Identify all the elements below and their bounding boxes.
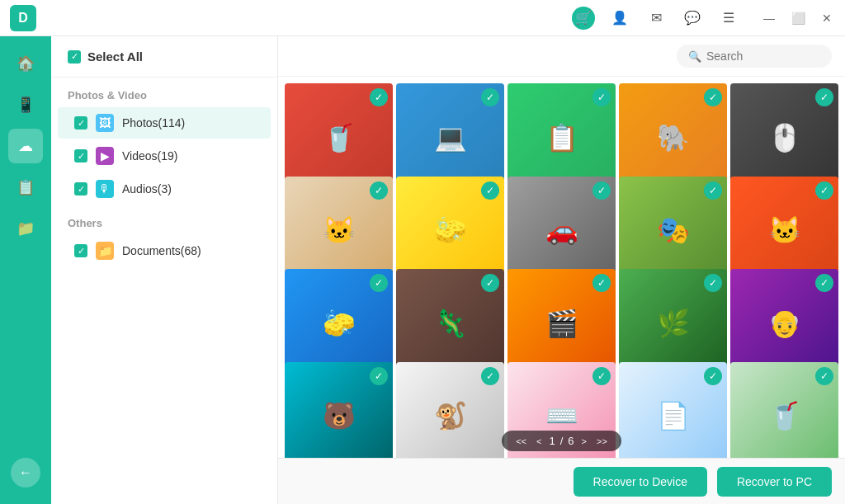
close-button[interactable]: ✕: [819, 10, 835, 26]
item-check[interactable]: ✓: [370, 274, 388, 292]
content-toolbar: 🔍: [278, 36, 845, 77]
titlebar-controls: — ⬜ ✕: [760, 10, 835, 26]
item-check[interactable]: ✓: [370, 181, 388, 200]
content-wrapper: 🥤 ✓ 💻 ✓ 📋 ✓ 🐘 ✓ 🖱️ ✓ 🐱 ✓ 🧽 ✓ 🚗: [278, 77, 845, 458]
item-check[interactable]: ✓: [592, 367, 611, 385]
item-check[interactable]: ✓: [481, 367, 499, 385]
pagination-current: 1: [549, 435, 555, 447]
app-logo: D: [10, 5, 36, 31]
grid-item[interactable]: 🧽 ✓: [285, 269, 393, 377]
pagination-total: 6: [568, 435, 574, 447]
grid-item[interactable]: 🧽 ✓: [396, 177, 504, 285]
pagination-row: << < 1 / 6 > >>: [278, 431, 845, 451]
nav-rail: 🏠 📱 ☁ 📋 📁 ←: [0, 36, 51, 504]
grid-item[interactable]: 🥤 ✓: [285, 83, 393, 191]
grid-item[interactable]: 🎭 ✓: [619, 177, 727, 285]
pagination-last[interactable]: >>: [594, 436, 610, 447]
nav-phone[interactable]: 📱: [8, 87, 43, 122]
select-all-label: Select All: [87, 49, 143, 64]
minimize-button[interactable]: —: [760, 10, 778, 26]
sidebar-item-audios[interactable]: ✓ 🎙 Audios(3): [58, 173, 271, 205]
audios-icon: 🎙: [96, 180, 114, 198]
bottom-bar: Recover to Device Recover to PC: [278, 458, 845, 504]
sidebar-item-documents[interactable]: ✓ 📁 Documents(68): [58, 235, 271, 266]
mail-icon[interactable]: ✉: [644, 7, 668, 30]
sidebar-item-photos[interactable]: ✓ 🖼 Photos(114): [58, 107, 271, 139]
nav-restore[interactable]: 📋: [8, 170, 43, 205]
section-label-photos-video: Photos & Video: [51, 78, 277, 106]
titlebar: D 🛒 👤 ✉ 💬 ☰ — ⬜ ✕: [0, 0, 845, 36]
grid-item[interactable]: 🚗 ✓: [507, 177, 616, 285]
photos-icon: 🖼: [96, 114, 114, 132]
grid-item[interactable]: 🦎 ✓: [396, 269, 504, 377]
documents-label: Documents(68): [122, 244, 254, 257]
documents-icon: 📁: [96, 242, 114, 260]
chat-icon[interactable]: 💬: [681, 7, 704, 30]
grid-item[interactable]: 🖱️ ✓: [730, 83, 838, 191]
pagination-prev[interactable]: <: [534, 436, 544, 447]
grid-item[interactable]: 👴 ✓: [730, 269, 838, 377]
item-check[interactable]: ✓: [481, 181, 499, 200]
search-input[interactable]: [706, 49, 820, 63]
videos-icon: ▶: [96, 147, 114, 165]
sidebar-item-videos[interactable]: ✓ ▶ Videos(19): [58, 140, 271, 172]
pagination: << < 1 / 6 > >>: [502, 431, 621, 451]
select-all-row[interactable]: ✓ Select All: [51, 36, 277, 78]
item-check[interactable]: ✓: [704, 88, 722, 106]
pagination-next[interactable]: >: [579, 436, 589, 447]
nav-home[interactable]: 🏠: [8, 46, 43, 81]
item-check[interactable]: ✓: [370, 88, 388, 106]
recover-to-device-button[interactable]: Recover to Device: [574, 467, 707, 497]
grid-item[interactable]: 🌿 ✓: [619, 269, 727, 377]
search-icon: 🔍: [688, 50, 701, 63]
grid-item[interactable]: 🎬 ✓: [507, 269, 616, 377]
content-area: 🔍 🥤 ✓ 💻 ✓ 📋 ✓ 🐘 ✓ 🖱️ ✓: [278, 36, 845, 504]
photos-label: Photos(114): [122, 116, 254, 130]
section-label-others: Others: [51, 205, 277, 234]
item-check[interactable]: ✓: [481, 274, 499, 292]
item-check[interactable]: ✓: [815, 274, 833, 292]
grid-item[interactable]: 🐱 ✓: [730, 177, 838, 285]
documents-checkbox[interactable]: ✓: [74, 244, 87, 257]
photos-checkbox[interactable]: ✓: [74, 116, 87, 130]
item-check[interactable]: ✓: [592, 274, 611, 292]
user-icon[interactable]: 👤: [608, 7, 631, 30]
sidebar: ✓ Select All Photos & Video ✓ 🖼 Photos(1…: [51, 36, 278, 504]
grid-item[interactable]: 🐱 ✓: [285, 177, 393, 285]
item-check[interactable]: ✓: [481, 88, 499, 106]
audios-label: Audios(3): [122, 182, 254, 195]
nav-backup[interactable]: ☁: [8, 129, 43, 163]
maximize-button[interactable]: ⬜: [788, 10, 809, 26]
search-box[interactable]: 🔍: [677, 45, 832, 68]
grid-item[interactable]: 💻 ✓: [396, 83, 504, 191]
grid-item[interactable]: 📋 ✓: [507, 83, 616, 191]
nav-folder[interactable]: 📁: [8, 211, 43, 246]
item-check[interactable]: ✓: [592, 88, 611, 106]
recover-to-pc-button[interactable]: Recover to PC: [717, 467, 832, 497]
grid-item[interactable]: 🐘 ✓: [619, 83, 727, 191]
item-check[interactable]: ✓: [704, 367, 722, 385]
videos-checkbox[interactable]: ✓: [74, 149, 87, 163]
cart-icon[interactable]: 🛒: [572, 7, 595, 30]
titlebar-left: D: [10, 5, 36, 31]
item-check[interactable]: ✓: [815, 181, 833, 200]
item-check[interactable]: ✓: [815, 367, 833, 385]
media-grid: 🥤 ✓ 💻 ✓ 📋 ✓ 🐘 ✓ 🖱️ ✓ 🐱 ✓ 🧽 ✓ 🚗: [278, 77, 845, 458]
item-check[interactable]: ✓: [592, 181, 611, 200]
item-check[interactable]: ✓: [815, 88, 833, 106]
item-check[interactable]: ✓: [370, 367, 388, 385]
pagination-first[interactable]: <<: [513, 436, 529, 447]
select-all-checkbox[interactable]: ✓: [68, 50, 81, 64]
pagination-separator: /: [560, 435, 564, 447]
item-check[interactable]: ✓: [704, 181, 722, 200]
titlebar-icons: 🛒 👤 ✉ 💬 ☰ — ⬜ ✕: [572, 7, 835, 30]
menu-icon[interactable]: ☰: [717, 7, 740, 30]
main-container: 🏠 📱 ☁ 📋 📁 ← ✓ Select All Photos & Video …: [0, 36, 845, 504]
back-button[interactable]: ←: [11, 458, 40, 488]
item-check[interactable]: ✓: [704, 274, 722, 292]
videos-label: Videos(19): [122, 149, 254, 163]
audios-checkbox[interactable]: ✓: [74, 182, 87, 195]
